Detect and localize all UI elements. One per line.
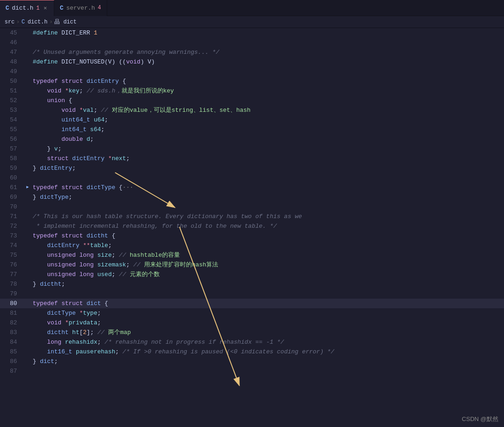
line-num-50: 50 bbox=[1, 76, 24, 86]
line-content-82: void *privdata; bbox=[31, 318, 504, 328]
line-content-78: } dictht; bbox=[31, 279, 504, 289]
line-num-73: 73 bbox=[1, 231, 24, 241]
tab-server-h[interactable]: C server.h 4 bbox=[54, 0, 107, 16]
code-line-60: 60 bbox=[0, 173, 504, 183]
line-num-46: 46 bbox=[1, 38, 24, 47]
breadcrumb-src[interactable]: src bbox=[5, 19, 15, 25]
code-line-75: 75 unsigned long size; // hashtable的容量 bbox=[0, 250, 504, 260]
line-num-80: 80 bbox=[1, 299, 24, 308]
code-line-46: 46 bbox=[0, 38, 504, 47]
line-content-73: typedef struct dictht { bbox=[31, 231, 504, 241]
code-line-77: 77 unsigned long used; // 元素的个数 bbox=[0, 270, 504, 279]
tab-label-dict: dict.h bbox=[12, 5, 34, 12]
line-content-74: dictEntry **table; bbox=[31, 241, 504, 250]
line-num-70: 70 bbox=[1, 202, 24, 212]
breadcrumb-file[interactable]: C bbox=[22, 19, 25, 25]
code-line-82: 82 void *privdata; bbox=[0, 318, 504, 328]
editor-container: C dict.h 1 ✕ C server.h 4 src › C dict.h… bbox=[0, 0, 504, 427]
line-content-52: union { bbox=[31, 96, 504, 105]
line-num-45: 45 bbox=[1, 28, 24, 38]
code-line-85: 85 int16_t pauserehash; /* If >0 rehashi… bbox=[0, 347, 504, 357]
tab-close-dict[interactable]: ✕ bbox=[42, 4, 48, 12]
code-line-81: 81 dictType *type; bbox=[0, 308, 504, 318]
code-line-84: 84 long rehashidx; /* rehashing not in p… bbox=[0, 337, 504, 347]
line-content-77: unsigned long used; // 元素的个数 bbox=[31, 270, 504, 279]
line-num-59: 59 bbox=[1, 163, 24, 173]
line-num-71: 71 bbox=[1, 212, 24, 221]
line-content-71: /* This is our hash table structure. Eve… bbox=[31, 212, 504, 221]
breadcrumb: src › C dict.h › 品 dict bbox=[0, 16, 504, 28]
code-line-72: 72 * implement incremental rehashing, fo… bbox=[0, 221, 504, 231]
line-content-59: } dictEntry; bbox=[31, 163, 504, 173]
line-content-54: uint64_t u64; bbox=[31, 115, 504, 125]
line-num-47: 47 bbox=[1, 47, 24, 57]
line-num-61: 61 bbox=[1, 183, 24, 192]
line-num-52: 52 bbox=[1, 96, 24, 105]
code-line-58: 58 struct dictEntry *next; bbox=[0, 154, 504, 163]
code-line-74: 74 dictEntry **table; bbox=[0, 241, 504, 250]
line-num-51: 51 bbox=[1, 86, 24, 96]
code-line-50: 50 typedef struct dictEntry { bbox=[0, 76, 504, 86]
line-content-48: #define DICT_NOTUSED(V) ((void) V) bbox=[31, 57, 504, 67]
code-line-53: 53 void *val; // 对应的value，可以是string、list… bbox=[0, 105, 504, 115]
line-content-75: unsigned long size; // hashtable的容量 bbox=[31, 250, 504, 260]
line-num-74: 74 bbox=[1, 241, 24, 250]
line-num-60: 60 bbox=[1, 173, 24, 183]
line-num-75: 75 bbox=[1, 250, 24, 260]
code-line-47: 47 /* Unused arguments generate annoying… bbox=[0, 47, 504, 57]
breadcrumb-symbol: 品 dict bbox=[54, 18, 76, 26]
gutter-61[interactable]: ▶ bbox=[24, 183, 31, 192]
line-content-84: long rehashidx; /* rehashing not in prog… bbox=[31, 337, 504, 347]
line-content-56: double d; bbox=[31, 134, 504, 144]
line-num-79: 79 bbox=[1, 289, 24, 299]
code-line-79: 79 bbox=[0, 289, 504, 299]
line-content-53: void *val; // 对应的value，可以是string、list、se… bbox=[31, 105, 504, 115]
tab-lang-icon-server: C bbox=[60, 5, 64, 12]
code-line-54: 54 uint64_t u64; bbox=[0, 115, 504, 125]
line-num-77: 77 bbox=[1, 270, 24, 279]
code-area[interactable]: 45 #define DICT_ERR 1 46 47 /* Unused ar… bbox=[0, 28, 504, 427]
line-content-58: struct dictEntry *next; bbox=[31, 154, 504, 163]
line-num-86: 86 bbox=[1, 357, 24, 366]
code-line-55: 55 int64_t s64; bbox=[0, 125, 504, 134]
line-content-76: unsigned long sizemask; // 用来处理扩容时的hash算… bbox=[31, 260, 504, 270]
line-content-80: typedef struct dict { bbox=[31, 299, 504, 308]
line-num-54: 54 bbox=[1, 115, 24, 125]
line-num-85: 85 bbox=[1, 347, 24, 357]
line-content-57: } v; bbox=[31, 144, 504, 154]
tab-dict-h[interactable]: C dict.h 1 ✕ bbox=[0, 0, 54, 16]
line-num-49: 49 bbox=[1, 67, 24, 76]
line-num-55: 55 bbox=[1, 125, 24, 134]
line-num-83: 83 bbox=[1, 328, 24, 337]
line-content-55: int64_t s64; bbox=[31, 125, 504, 134]
line-content-81: dictType *type; bbox=[31, 308, 504, 318]
line-content-51: void *key; // sds.h，就是我们所说的key bbox=[31, 86, 504, 96]
line-num-69: 69 bbox=[1, 192, 24, 202]
code-line-49: 49 bbox=[0, 67, 504, 76]
line-num-56: 56 bbox=[1, 134, 24, 144]
code-line-70: 70 bbox=[0, 202, 504, 212]
code-line-71: 71 /* This is our hash table structure. … bbox=[0, 212, 504, 221]
line-num-72: 72 bbox=[1, 221, 24, 231]
code-line-78: 78 } dictht; bbox=[0, 279, 504, 289]
line-num-82: 82 bbox=[1, 318, 24, 328]
breadcrumb-sep1: › bbox=[17, 19, 20, 25]
line-num-53: 53 bbox=[1, 105, 24, 115]
line-content-85: int16_t pauserehash; /* If >0 rehashing … bbox=[31, 347, 504, 357]
tab-lang-icon-dict: C bbox=[6, 5, 9, 12]
line-content-69: } dictType; bbox=[31, 192, 504, 202]
line-num-57: 57 bbox=[1, 144, 24, 154]
line-num-87: 87 bbox=[1, 366, 24, 376]
line-num-81: 81 bbox=[1, 308, 24, 318]
breadcrumb-sep2: › bbox=[49, 19, 52, 25]
line-content-72: * implement incremental rehashing, for t… bbox=[31, 221, 504, 231]
code-line-59: 59 } dictEntry; bbox=[0, 163, 504, 173]
code-line-87: 87 bbox=[0, 366, 504, 376]
code-line-86: 86 } dict; bbox=[0, 357, 504, 366]
line-content-83: dictht ht[2]; // 两个map bbox=[31, 328, 504, 337]
watermark: CSDN @默然 bbox=[462, 415, 498, 423]
breadcrumb-filename[interactable]: dict.h bbox=[28, 19, 47, 25]
code-line-80: 80 typedef struct dict { bbox=[0, 299, 504, 308]
line-num-48: 48 bbox=[1, 57, 24, 67]
line-num-58: 58 bbox=[1, 154, 24, 163]
